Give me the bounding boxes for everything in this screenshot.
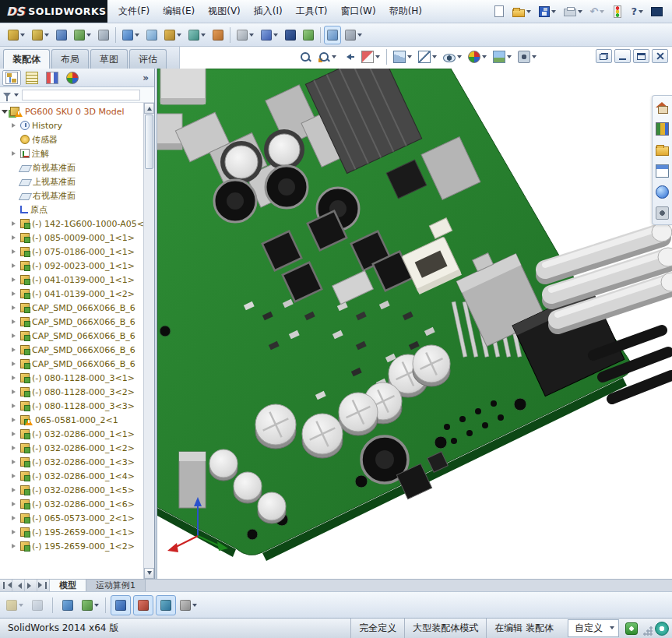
menu-item[interactable]: 窗口(W) <box>334 2 382 21</box>
apply-scene-button[interactable] <box>491 48 514 65</box>
expand-arrow-icon[interactable] <box>12 516 18 520</box>
minimize-button[interactable] <box>614 49 631 63</box>
close-button[interactable] <box>652 49 668 63</box>
smart-fasteners-button[interactable] <box>95 26 112 44</box>
command-tab[interactable]: 评估 <box>129 49 167 69</box>
tree-item[interactable]: 传感器 <box>2 132 143 146</box>
expand-arrow-icon[interactable] <box>12 277 18 282</box>
expand-arrow-icon[interactable] <box>12 263 18 268</box>
tree-item[interactable]: 065-0581-000_2<1 <box>2 413 143 427</box>
pcb-3d-view[interactable] <box>157 69 672 579</box>
last-study-tab-button[interactable] <box>37 580 50 591</box>
display-style-button[interactable] <box>416 48 439 65</box>
solidworks-resources-button[interactable] <box>655 100 670 115</box>
tree-item[interactable]: 注解 <box>2 146 143 160</box>
tree-scrollbar[interactable] <box>143 103 154 579</box>
tree-item[interactable]: 上视基准面 <box>2 174 143 189</box>
tree-item[interactable]: (-) 032-0286-000_1<5> <box>2 483 143 497</box>
rebuild-button[interactable] <box>609 2 626 21</box>
tree-item[interactable]: 前视基准面 <box>2 160 143 174</box>
expand-arrow-icon[interactable] <box>12 544 18 548</box>
restore-down-button[interactable] <box>596 49 612 63</box>
tree-item[interactable]: (-) 041-0139-000_1<2> <box>2 287 143 301</box>
tree-item[interactable]: (-) 142-1G600-1000-A05< <box>2 217 143 231</box>
tree-item[interactable]: PG600 SKU 0 3D Model <box>2 104 143 118</box>
view-settings-button[interactable] <box>515 48 539 65</box>
new-motion-study-button[interactable] <box>209 26 227 44</box>
scroll-up-button[interactable] <box>144 103 154 114</box>
maximize-button[interactable] <box>633 49 649 63</box>
tree-item[interactable]: (-) 080-1128-000_3<3> <box>2 399 143 413</box>
display-states-button[interactable] <box>156 595 176 615</box>
tree-item[interactable]: (-) 032-0286-000_1<2> <box>2 441 143 455</box>
expand-arrow-icon[interactable] <box>12 249 18 254</box>
first-study-tab-button[interactable] <box>0 580 12 591</box>
expand-arrow-icon[interactable] <box>12 291 18 296</box>
expand-arrow-icon[interactable] <box>12 418 18 422</box>
menu-item[interactable]: 视图(V) <box>202 2 247 21</box>
expand-arrow-icon[interactable] <box>12 305 18 310</box>
next-study-tab-button[interactable] <box>25 580 37 591</box>
appearances-scenes-button[interactable] <box>655 184 670 199</box>
expand-arrow-icon[interactable] <box>12 151 18 156</box>
tree-item[interactable]: CAP_SMD_066X066_B_6 <box>2 301 143 315</box>
tree-item[interactable]: CAP_SMD_066X066_B_6 <box>2 343 143 357</box>
move-component-button[interactable] <box>119 26 142 44</box>
explode-line-sketch-button[interactable] <box>282 26 299 44</box>
design-library-button[interactable] <box>655 121 670 136</box>
tree-item[interactable]: (-) 195-2659-000_1<2> <box>2 539 143 553</box>
expand-arrow-icon[interactable] <box>12 221 18 226</box>
command-tab[interactable]: 装配体 <box>3 49 50 69</box>
tree-item[interactable]: History <box>2 118 143 132</box>
expand-arrow-icon[interactable] <box>12 333 18 338</box>
command-tab[interactable]: 布局 <box>51 49 89 69</box>
tree-item[interactable]: (-) 032-0286-000_1<6> <box>2 497 143 511</box>
undo-button[interactable]: ↶ <box>587 2 608 21</box>
view-palette-button[interactable] <box>655 163 670 178</box>
reference-geometry-button[interactable] <box>185 26 209 44</box>
tree-item[interactable]: (-) 085-0009-000_1<1> <box>2 231 143 245</box>
expand-arrow-icon[interactable] <box>2 110 8 117</box>
tree-item[interactable]: (-) 092-0023-000_1<1> <box>2 259 143 273</box>
scroll-thumb[interactable] <box>145 115 153 169</box>
prev-study-tab-button[interactable] <box>12 580 25 591</box>
tree-item[interactable]: (-) 065-0573-000_2<1> <box>2 511 143 525</box>
study-tab[interactable]: 模型 <box>50 580 86 591</box>
view-settings-button[interactable] <box>342 26 365 44</box>
expand-arrow-icon[interactable] <box>12 530 18 534</box>
section-view-button[interactable] <box>359 48 382 65</box>
expand-arrow-icon[interactable] <box>12 375 18 380</box>
expand-arrow-icon[interactable] <box>12 404 18 408</box>
tree-item[interactable]: (-) 041-0139-000_1<1> <box>2 273 143 287</box>
tree-item[interactable]: (-) 075-0186-000_1<1> <box>2 245 143 259</box>
custom-status-dropdown[interactable]: 自定义 <box>568 619 619 637</box>
previous-view-button[interactable] <box>340 48 357 65</box>
save-button[interactable] <box>536 2 559 21</box>
scroll-down-button[interactable] <box>144 568 154 579</box>
filter-field[interactable] <box>22 90 140 100</box>
expand-arrow-icon[interactable] <box>12 432 18 436</box>
displaymanager-tab[interactable] <box>63 70 82 86</box>
expand-arrow-icon[interactable] <box>12 361 18 366</box>
filter-funnel-icon[interactable] <box>3 93 11 101</box>
insert-components-button[interactable] <box>29 26 52 44</box>
isolate-button[interactable] <box>178 595 199 615</box>
file-explorer-button[interactable] <box>655 142 670 157</box>
study-tab[interactable]: 运动算例1 <box>86 580 146 591</box>
mate-button[interactable] <box>53 26 70 44</box>
expand-arrow-icon[interactable] <box>12 488 18 492</box>
custom-properties-button[interactable] <box>655 205 670 220</box>
mate-bottom-button[interactable] <box>27 595 47 615</box>
assembly-visualization-button[interactable] <box>111 595 131 615</box>
component-pattern-button[interactable] <box>71 26 94 44</box>
expand-arrow-icon[interactable] <box>12 474 18 478</box>
graphics-area[interactable] <box>157 69 672 579</box>
expand-panel-button[interactable]: » <box>139 72 152 83</box>
featuremanager-tree-tab[interactable] <box>2 70 21 86</box>
menu-item[interactable]: 文件(F) <box>112 2 156 21</box>
print-button[interactable] <box>561 2 586 21</box>
insert-component-button[interactable] <box>5 595 25 615</box>
expand-arrow-icon[interactable] <box>12 319 18 324</box>
resize-grip[interactable] <box>642 626 653 636</box>
large-assembly-mode-button[interactable] <box>300 26 317 44</box>
